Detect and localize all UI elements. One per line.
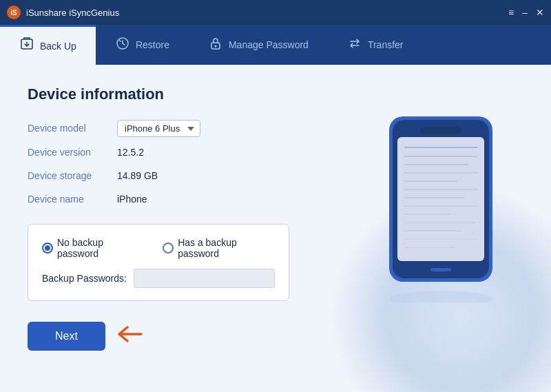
device-model-label: Device model (28, 120, 117, 137)
tab-transfer-label: Transfer (368, 39, 404, 50)
arrow-icon (115, 324, 145, 349)
svg-rect-8 (397, 137, 484, 261)
main-content: Device information Device model iPhone 6… (0, 65, 551, 392)
phone-illustration (368, 103, 513, 305)
tab-restore[interactable]: Restore (96, 25, 189, 65)
tab-password-label: Manage Password (229, 39, 309, 50)
password-field-row: Backup Passwords: (42, 269, 275, 288)
tab-transfer[interactable]: Transfer (328, 25, 423, 65)
tab-backup[interactable]: Back Up (0, 25, 96, 65)
section-title: Device information (28, 85, 523, 103)
tab-manage-password[interactable]: Manage Password (189, 25, 328, 65)
title-bar: iS iSunshare iSyncGenius ≡ – ✕ (0, 0, 551, 25)
restore-icon (115, 36, 130, 54)
nav-tabs: Back Up Restore Manage Password Tra (0, 25, 551, 65)
minimize-icon[interactable]: – (522, 7, 528, 18)
no-password-label: No backup password (57, 237, 142, 259)
has-password-option[interactable]: Has a backup password (163, 237, 275, 259)
svg-rect-9 (420, 127, 461, 134)
menu-icon[interactable]: ≡ (508, 7, 514, 18)
backup-icon (19, 37, 34, 55)
no-password-radio[interactable] (42, 243, 53, 254)
password-field-label: Backup Passwords: (42, 273, 127, 284)
window-controls[interactable]: ≡ – ✕ (508, 7, 544, 18)
svg-point-24 (389, 291, 492, 302)
radio-row: No backup password Has a backup password (42, 237, 275, 259)
transfer-icon (347, 36, 362, 54)
app-logo: iS (7, 6, 21, 19)
password-icon (208, 36, 223, 54)
device-model-dropdown[interactable]: iPhone 6 Plus iPhone 6 iPhone 6S iPhone … (117, 120, 200, 137)
tab-restore-label: Restore (136, 39, 169, 50)
close-icon[interactable]: ✕ (536, 7, 544, 18)
app-title: iSunshare iSyncGenius (26, 8, 508, 18)
svg-point-5 (214, 45, 216, 47)
backup-password-input[interactable] (134, 269, 275, 288)
device-name-label: Device name (28, 191, 117, 207)
device-storage-label: Device storage (28, 167, 117, 184)
no-password-option[interactable]: No backup password (42, 237, 142, 259)
device-version-label: Device version (28, 144, 117, 161)
svg-text:iS: iS (10, 9, 17, 17)
password-box: No backup password Has a backup password… (28, 224, 289, 301)
svg-rect-10 (430, 268, 451, 271)
has-password-radio[interactable] (163, 243, 174, 254)
tab-backup-label: Back Up (40, 41, 76, 52)
has-password-label: Has a backup password (178, 237, 275, 259)
next-button[interactable]: Next (28, 322, 105, 351)
